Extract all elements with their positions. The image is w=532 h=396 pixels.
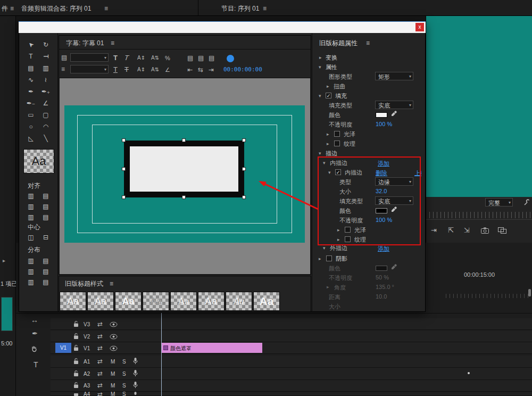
leading-icon[interactable]: A⇅ — [151, 55, 159, 61]
distribute-horiz-left-icon[interactable]: ▥ — [24, 257, 37, 265]
tab-stops-center-icon[interactable]: ⇆ — [198, 67, 203, 73]
eyedropper-icon[interactable] — [390, 111, 397, 117]
handle-top-right[interactable] — [242, 138, 246, 142]
sync-lock-icon[interactable]: ⇄ — [97, 382, 103, 389]
solo-button[interactable]: S — [122, 391, 126, 396]
pen-tool-icon[interactable]: ✒ — [32, 330, 38, 337]
sync-lock-icon[interactable]: ⇄ — [97, 358, 103, 365]
timeline-ruler[interactable] — [446, 294, 530, 298]
handle-mid-right[interactable] — [242, 167, 246, 171]
panel-menu-icon[interactable]: ≡ — [366, 40, 370, 46]
italic-icon[interactable]: T — [124, 54, 129, 61]
scrollbar-thumb[interactable] — [528, 289, 531, 296]
track-label-a4[interactable]: A4 — [84, 391, 90, 396]
tab-stops-right-icon[interactable]: ⇥ — [209, 67, 214, 73]
panel-menu-icon[interactable]: ≡ — [111, 40, 114, 46]
fill-checkbox[interactable]: ✓ — [326, 93, 331, 98]
rounded-rectangle-tool-icon[interactable]: ▢ — [39, 111, 52, 119]
align-right-icon[interactable]: ▤ — [209, 55, 214, 61]
eye-icon[interactable] — [110, 345, 118, 351]
align-vert-center-icon[interactable]: ▤ — [39, 202, 52, 211]
mute-button[interactable]: M — [111, 383, 115, 389]
convert-anchor-tool-icon[interactable]: ∠ — [39, 99, 52, 108]
line-tool-icon[interactable]: ╲ — [39, 134, 52, 143]
center-vertical-icon[interactable]: ⊟ — [39, 233, 52, 242]
wedge-tool-icon[interactable]: ◺ — [24, 134, 37, 143]
expander-fill[interactable]: ▾ — [319, 94, 321, 98]
sync-lock-icon[interactable]: ⇄ — [97, 370, 103, 377]
bold-icon[interactable]: T — [113, 54, 118, 61]
distribute-horiz-center-icon[interactable]: ▥ — [24, 267, 37, 276]
sync-lock-icon[interactable]: ⇄ — [97, 345, 103, 351]
tab-audio-mixer[interactable]: 音频剪辑混合器: 序列 01 — [21, 5, 91, 12]
solo-button[interactable]: S — [122, 371, 126, 377]
tracking-icon[interactable]: % — [165, 55, 170, 61]
tab-program-monitor[interactable]: 节目: 序列 01 — [221, 5, 259, 12]
comparison-view-icon[interactable] — [498, 227, 506, 234]
handle-bottom-left[interactable] — [122, 195, 126, 199]
playhead[interactable] — [161, 313, 162, 396]
expander-properties[interactable]: ▾ — [319, 65, 321, 70]
window-close-button[interactable]: x — [415, 23, 424, 31]
panel-menu-icon[interactable]: ≡ — [104, 5, 108, 12]
sync-lock-icon[interactable]: ⇄ — [97, 333, 103, 340]
align-center-icon[interactable]: ▤ — [198, 55, 204, 61]
center-horizontal-icon[interactable]: ◫ — [24, 233, 37, 242]
handle-top-left[interactable] — [122, 138, 126, 142]
style-swatch[interactable]: Aa — [87, 292, 114, 311]
selection-tool-icon[interactable]: ➤ — [24, 40, 37, 49]
distribute-horiz-right-icon[interactable]: ▥ — [24, 278, 37, 286]
fill-color-swatch[interactable] — [376, 112, 387, 118]
add-outer-stroke-link[interactable]: 添加 — [378, 245, 389, 253]
background-video-icon[interactable] — [227, 55, 234, 62]
expander-outer-strokes[interactable]: ▾ — [323, 246, 326, 251]
lock-icon[interactable] — [73, 333, 79, 340]
style-swatch[interactable]: Aa — [60, 292, 86, 311]
lock-icon[interactable] — [73, 320, 79, 327]
lift-icon[interactable]: ⇱ — [448, 227, 454, 234]
align-left-icon[interactable]: ▤ — [187, 55, 193, 61]
style-swatch[interactable]: Aa — [198, 292, 225, 311]
fill-texture-checkbox[interactable] — [334, 141, 340, 146]
expander-distort[interactable]: ▸ — [327, 84, 329, 89]
font-family-select[interactable]: ▾ — [70, 53, 109, 62]
track-label-a3[interactable]: A3 — [84, 383, 90, 389]
underline-icon[interactable]: T — [113, 66, 118, 73]
graphic-type-select[interactable]: 矩形▾ — [375, 72, 413, 80]
eye-icon[interactable] — [110, 334, 118, 340]
goto-out-icon[interactable]: ⇥ — [431, 227, 437, 234]
extract-icon[interactable]: ⇲ — [464, 227, 470, 234]
path-type-tool-icon[interactable]: ∿ — [24, 76, 37, 84]
panel-menu-icon[interactable]: ≡ — [263, 5, 267, 12]
distribute-vert-bottom-icon[interactable]: ▤ — [39, 278, 52, 286]
style-swatch[interactable]: Aa — [143, 292, 169, 311]
templates-icon[interactable]: ≡ — [61, 66, 65, 72]
sync-lock-icon[interactable]: ⇄ — [97, 321, 103, 327]
window-title-bar[interactable] — [19, 21, 426, 33]
align-horiz-left-icon[interactable]: ▥ — [24, 192, 37, 200]
align-horiz-right-icon[interactable]: ▥ — [24, 213, 37, 221]
clip-color-matte[interactable]: 颜色遮罩 — [161, 343, 262, 353]
style-swatch[interactable]: Aa — [226, 292, 252, 311]
strikethrough-icon[interactable]: T — [124, 66, 129, 73]
slant-icon[interactable]: ∠ — [165, 67, 170, 73]
delete-anchor-tool-icon[interactable]: ✒₋ — [24, 99, 37, 108]
lock-icon[interactable] — [73, 370, 79, 377]
area-type-tool-icon[interactable]: ▤ — [24, 64, 37, 72]
baseline-shift-icon[interactable]: A⇅ — [151, 67, 159, 72]
handle-bottom-center[interactable] — [182, 195, 186, 199]
align-horiz-center-icon[interactable]: ▥ — [24, 202, 37, 211]
rectangle-tool-icon[interactable]: ▭ — [24, 111, 37, 119]
expander-transform[interactable]: ▸ — [319, 55, 322, 60]
solo-button[interactable]: S — [122, 359, 126, 365]
lock-icon[interactable] — [73, 392, 79, 396]
pen-tool-icon[interactable]: ✒ — [24, 87, 37, 96]
font-style-select[interactable]: ▾ — [70, 65, 109, 73]
chevron-right-icon[interactable]: ▸ — [3, 258, 5, 263]
eye-icon[interactable] — [110, 321, 118, 327]
fill-type-select[interactable]: 实底▾ — [375, 101, 413, 109]
lock-icon[interactable] — [73, 344, 79, 351]
expander-strokes[interactable]: ▾ — [319, 151, 321, 156]
shadow-checkbox[interactable] — [326, 255, 332, 261]
lock-icon[interactable] — [73, 382, 79, 389]
